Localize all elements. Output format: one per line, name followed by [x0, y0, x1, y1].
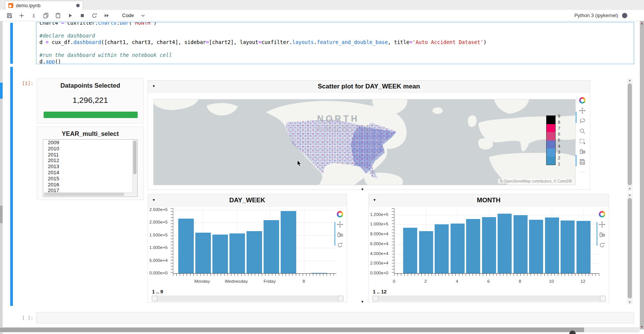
window-vertical-scrollbar[interactable]: ▲ ▼	[640, 21, 644, 329]
tab-demo-ipynb[interactable]: demo.ipynb	[5, 1, 83, 10]
bar[interactable]	[466, 219, 480, 273]
reset-tool-icon[interactable]	[599, 242, 605, 248]
range-slider[interactable]	[372, 296, 606, 301]
axis-tick-label: 4.000e+4	[370, 251, 388, 256]
scroll-up-icon[interactable]: ▲	[627, 193, 633, 197]
code-cell-editor[interactable]: chart4 = cuxfilter.charts.bar('MONTH') #…	[36, 22, 634, 64]
scroll-down-icon[interactable]: ▼	[627, 301, 633, 304]
bar[interactable]	[451, 224, 465, 273]
scroll-up-icon[interactable]: ▲	[640, 22, 644, 25]
bar[interactable]	[264, 220, 279, 273]
map-canvas[interactable]: NORTH AMERICA 987654321 © OpenStreetMap …	[153, 99, 576, 185]
cell-collapser-code[interactable]	[10, 23, 13, 64]
axis-tick-label: 0	[393, 279, 395, 284]
scroll-thumb[interactable]	[628, 84, 632, 185]
scroll-thumb[interactable]	[133, 141, 137, 174]
year-option[interactable]: 2012	[43, 158, 137, 164]
axis-tick-label: 10	[549, 279, 554, 284]
bar[interactable]	[545, 217, 559, 273]
map-attribution[interactable]: © OpenStreetMap contributors, © CartoDB	[498, 179, 574, 184]
year-option[interactable]: 2011	[43, 152, 137, 158]
scroll-thumb[interactable]	[628, 198, 632, 298]
axis-tick-label: 12	[581, 279, 586, 284]
stop-kernel-button[interactable]	[77, 11, 87, 20]
slider-handle-right[interactable]	[338, 296, 344, 301]
bar[interactable]	[514, 215, 528, 273]
lasso-select-tool-icon[interactable]	[579, 118, 586, 124]
restart-run-all-button[interactable]	[102, 11, 112, 20]
panel-resize-icon[interactable]: ▼	[361, 187, 364, 191]
range-slider[interactable]	[152, 296, 344, 301]
pan-tool-icon[interactable]	[337, 221, 343, 228]
axis-tick-label: 8	[519, 279, 521, 284]
bar[interactable]	[529, 220, 543, 273]
output-scrollbar-bottom[interactable]: ▲ ▼	[627, 193, 633, 304]
scroll-down-icon[interactable]: ▼	[627, 187, 633, 191]
kernel-name[interactable]: Python 3 (ipykernel)	[574, 13, 618, 18]
bar[interactable]	[281, 211, 296, 273]
bar[interactable]	[311, 273, 327, 274]
year-list-horizontal-scrollbar[interactable]	[43, 192, 138, 197]
window-horizontal-scrollbar[interactable]	[0, 327, 639, 332]
insert-cell-button[interactable]	[17, 11, 27, 20]
scroll-thumb[interactable]	[0, 328, 584, 332]
scroll-up-icon[interactable]: ▲	[627, 79, 633, 82]
save-button[interactable]	[5, 11, 14, 20]
wheel-zoom-tool-icon[interactable]	[579, 148, 586, 155]
bokeh-logo-icon[interactable]	[599, 211, 605, 217]
bokeh-logo-icon[interactable]	[337, 211, 343, 217]
panel-resize-icon[interactable]: ▼	[361, 300, 364, 304]
plot-area[interactable]	[173, 208, 336, 274]
box-select-tool-icon[interactable]	[579, 138, 586, 145]
year-option[interactable]: 2015	[43, 176, 137, 182]
bar[interactable]	[403, 228, 417, 273]
save-plot-tool-icon[interactable]	[579, 159, 586, 165]
year-option[interactable]: 2013	[43, 164, 137, 170]
cut-cells-button[interactable]: ✂	[29, 11, 39, 20]
unsaved-changes-icon[interactable]	[76, 4, 80, 7]
wheel-zoom-tool-icon[interactable]	[337, 232, 343, 238]
reset-tool-icon[interactable]	[337, 242, 343, 248]
year-option[interactable]: 2016	[43, 182, 137, 188]
cell-collapser-output[interactable]	[10, 67, 13, 306]
copy-cells-button[interactable]	[41, 11, 51, 20]
bar[interactable]	[576, 221, 591, 273]
bar[interactable]	[178, 219, 194, 273]
bar[interactable]	[498, 214, 512, 274]
year-select-card: YEAR_multi_select 2009201020112012201320…	[37, 126, 144, 200]
bar[interactable]	[482, 217, 496, 273]
wheel-zoom-tool-icon[interactable]	[599, 232, 605, 238]
scroll-down-icon[interactable]: ▼	[640, 325, 644, 329]
pan-tool-icon[interactable]	[599, 221, 605, 228]
restart-kernel-button[interactable]	[90, 11, 99, 20]
bar[interactable]	[247, 231, 262, 273]
more-options-button[interactable]: ···	[580, 169, 585, 174]
bar[interactable]	[561, 221, 575, 273]
year-option[interactable]: 2009	[43, 140, 137, 146]
year-option[interactable]: 2010	[43, 146, 137, 152]
bokeh-logo-icon[interactable]	[579, 97, 586, 104]
output-scrollbar-top[interactable]: ▲ ▼	[627, 78, 633, 191]
slider-handle-right[interactable]	[600, 296, 606, 301]
zoom-tool-icon[interactable]	[579, 128, 586, 134]
cell-type-select[interactable]: Code	[119, 12, 148, 19]
scroll-thumb[interactable]	[0, 206, 3, 223]
bar[interactable]	[229, 233, 245, 273]
left-scroll-strip[interactable]	[0, 21, 3, 334]
paste-cells-button[interactable]	[53, 11, 63, 20]
bar[interactable]	[212, 235, 228, 273]
bar[interactable]	[195, 233, 211, 273]
empty-cell-editor[interactable]	[36, 312, 634, 323]
year-list-vertical-scrollbar[interactable]	[132, 140, 137, 193]
run-cell-button[interactable]	[65, 11, 75, 20]
scroll-thumb[interactable]	[44, 193, 124, 196]
bar[interactable]	[419, 231, 433, 273]
scatter-title: Scatter plot for DAY_WEEK mean	[148, 83, 590, 90]
slider-handle-left[interactable]	[152, 296, 157, 301]
bar[interactable]	[435, 224, 449, 273]
year-option[interactable]: 2014	[43, 170, 137, 176]
year-multiselect[interactable]: 200920102011201220132014201520162017	[43, 139, 138, 197]
pan-tool-icon[interactable]	[579, 107, 586, 114]
slider-handle-left[interactable]	[372, 296, 378, 301]
plot-area[interactable]	[394, 208, 599, 274]
